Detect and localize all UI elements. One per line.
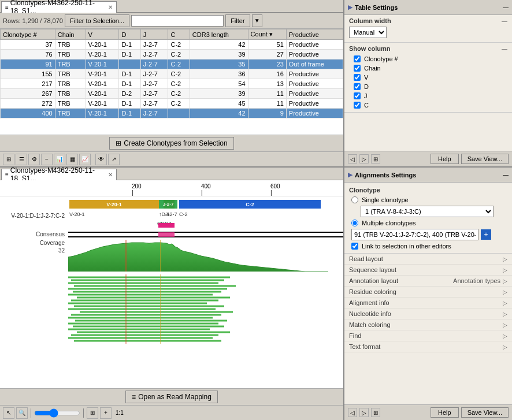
label-j: J-2-7 bbox=[165, 211, 177, 217]
align-setting-row[interactable]: Match coloring▷ bbox=[344, 319, 512, 330]
icon-bar[interactable]: ▦ bbox=[66, 154, 78, 165]
table-row[interactable]: 76TRBV-20-1D-1J-2-7C-23927Productive bbox=[1, 50, 343, 60]
single-radio[interactable] bbox=[351, 196, 358, 203]
icon-eye[interactable]: 👁 bbox=[95, 154, 107, 165]
link-row: Link to selection in other editors bbox=[344, 241, 512, 251]
footer-icon1[interactable]: ◁ bbox=[348, 154, 357, 163]
multiple-radio[interactable] bbox=[351, 220, 358, 226]
align-setting-row[interactable]: Find▷ bbox=[344, 330, 512, 341]
table-body: 37TRBV-20-1D-1J-2-7C-24251Productive76TR… bbox=[1, 40, 343, 118]
col-count[interactable]: Count ▾ bbox=[248, 29, 286, 40]
column-width-select[interactable]: Manual Auto Fixed bbox=[349, 27, 387, 38]
link-checkbox[interactable] bbox=[351, 243, 358, 250]
mapping-label: Open as Read Mapping bbox=[138, 393, 212, 401]
col-d[interactable]: D bbox=[119, 29, 140, 40]
icon-chart[interactable]: 📊 bbox=[54, 154, 65, 165]
c-gene-bar: C-2 bbox=[179, 200, 321, 209]
filter-dropdown-btn[interactable]: ▼ bbox=[252, 14, 262, 27]
filter-input[interactable] bbox=[131, 15, 224, 27]
column-checkbox[interactable] bbox=[354, 55, 361, 62]
single-clonotype-select[interactable]: 1 (TRA V-8-4:J-3:C) bbox=[361, 206, 494, 217]
column-width-header: Column width — bbox=[349, 17, 507, 24]
table-row[interactable]: 272TRBV-20-1D-1J-2-7C-24511Productive bbox=[1, 99, 343, 109]
align-footer-icon2[interactable]: ▷ bbox=[359, 408, 369, 417]
align-setting-label: Sequence layout bbox=[349, 266, 503, 273]
align-setting-row[interactable]: Annotation layoutAnnotation types▷ bbox=[344, 276, 512, 287]
table-cell: 42 bbox=[190, 40, 248, 50]
filter-to-selection-btn[interactable]: Filter to Selection... bbox=[65, 14, 129, 27]
align-setting-expand-icon: ▷ bbox=[503, 311, 507, 317]
clonotypes-tab[interactable]: ≡ Clonotypes-M4362-250-11-18_S1... ✕ bbox=[1, 1, 117, 13]
single-value-row: 1 (TRA V-8-4:J-3:C) bbox=[344, 205, 512, 218]
table-row[interactable]: 91TRBV-20-1J-2-7C-23523Out of frame bbox=[1, 60, 343, 69]
multiple-clonotype-input[interactable] bbox=[351, 229, 478, 240]
align-setting-row[interactable]: Alignment info▷ bbox=[344, 298, 512, 309]
table-row[interactable]: 155TRBV-20-1D-1J-2-7C-23616Productive bbox=[1, 69, 343, 79]
icon-list[interactable]: ☰ bbox=[16, 154, 27, 165]
column-checkbox[interactable] bbox=[354, 83, 361, 90]
col-cdr3[interactable]: CDR3 length bbox=[190, 29, 248, 40]
alignment-panel: ≡ Clonotypes-M4362-250-11-18_S1... ✕ 200… bbox=[0, 168, 344, 420]
column-width-minimize[interactable]: — bbox=[502, 18, 507, 24]
show-column-minimize[interactable]: — bbox=[502, 46, 507, 52]
col-chain[interactable]: Chain bbox=[55, 29, 86, 40]
align-setting-row[interactable]: Sequence layout▷ bbox=[344, 265, 512, 276]
align-footer-icon1[interactable]: ◁ bbox=[348, 408, 357, 417]
align-setting-row[interactable]: Read layout▷ bbox=[344, 254, 512, 265]
align-setting-row[interactable]: Text format▷ bbox=[344, 341, 512, 352]
ruler-line-600: | bbox=[270, 189, 272, 196]
table-row[interactable]: 37TRBV-20-1D-1J-2-7C-24251Productive bbox=[1, 40, 343, 50]
icon-filter2[interactable]: ⚙ bbox=[28, 154, 40, 165]
table-cell: C-2 bbox=[168, 69, 190, 79]
icon-fit[interactable]: ⊞ bbox=[87, 407, 98, 419]
icon-minus[interactable]: − bbox=[41, 154, 53, 165]
open-mapping-btn[interactable]: ≡ Open as Read Mapping bbox=[125, 391, 218, 403]
alignments-settings-collapse[interactable]: — bbox=[503, 172, 509, 178]
table-cell: 267 bbox=[1, 89, 55, 99]
create-clonotypes-btn[interactable]: ⊞ Create Clonotypes from Selection bbox=[109, 137, 233, 150]
add-clonotype-btn[interactable]: + bbox=[481, 229, 491, 240]
table-cell: 217 bbox=[1, 79, 55, 89]
icon-export[interactable]: ↗ bbox=[108, 154, 120, 165]
column-checkbox[interactable] bbox=[354, 102, 361, 109]
table-cell: 39 bbox=[190, 89, 248, 99]
col-clonotype[interactable]: Clonotype # bbox=[1, 29, 55, 40]
align-tab-close[interactable]: ✕ bbox=[108, 172, 113, 178]
zoom-slider[interactable] bbox=[34, 408, 80, 418]
align-help-btn[interactable]: Help bbox=[431, 407, 459, 418]
icon-grid[interactable]: ⊞ bbox=[3, 154, 14, 165]
icon-zoom[interactable]: 🔍 bbox=[16, 407, 28, 419]
column-checkbox[interactable] bbox=[354, 92, 361, 99]
alignments-settings-title: Alignments Settings bbox=[355, 172, 503, 179]
column-checkbox[interactable] bbox=[354, 74, 361, 81]
align-setting-label: Match coloring bbox=[349, 321, 503, 328]
alignment-tab[interactable]: ≡ Clonotypes-M4362-250-11-18_S1... ✕ bbox=[1, 169, 117, 180]
table-save-view-btn[interactable]: Save View... bbox=[461, 154, 509, 164]
filter-btn[interactable]: Filter bbox=[225, 14, 250, 27]
table-row[interactable]: 267TRBV-20-1D-2J-2-7C-23911Productive bbox=[1, 89, 343, 99]
table-bottom-bar: ⊞ Create Clonotypes from Selection bbox=[0, 135, 343, 151]
table-settings-collapse[interactable]: — bbox=[503, 4, 509, 10]
table-row[interactable]: 400TRBV-20-1D-1J-2-7429Productive bbox=[1, 109, 343, 118]
col-productive[interactable]: Productive bbox=[286, 29, 343, 40]
align-setting-row[interactable]: Residue coloring▷ bbox=[344, 287, 512, 298]
icon-plus[interactable]: + bbox=[100, 407, 112, 419]
table-settings-header: ▶ Table Settings — bbox=[344, 0, 512, 15]
table-help-btn[interactable]: Help bbox=[431, 154, 459, 164]
icon-cursor[interactable]: ↖ bbox=[3, 407, 14, 419]
column-checkbox[interactable] bbox=[354, 65, 361, 72]
multiple-label: Multiple clonotypes bbox=[362, 220, 416, 226]
clonotypes-table-panel: ≡ Clonotypes-M4362-250-11-18_S1... ✕ Row… bbox=[0, 0, 344, 166]
align-setting-row[interactable]: Nucleotide info▷ bbox=[344, 309, 512, 319]
tab-close-btn[interactable]: ✕ bbox=[108, 4, 113, 10]
align-footer-icon3[interactable]: ⊞ bbox=[371, 408, 380, 417]
col-j[interactable]: J bbox=[140, 29, 168, 40]
icon-graph[interactable]: 📈 bbox=[79, 154, 91, 165]
table-row[interactable]: 217TRBV-20-1D-1J-2-7C-25413Productive bbox=[1, 79, 343, 89]
align-save-view-btn[interactable]: Save View... bbox=[461, 407, 509, 418]
footer-icon2[interactable]: ▷ bbox=[359, 154, 369, 163]
cdr3-bar bbox=[158, 223, 175, 228]
footer-icon3[interactable]: ⊞ bbox=[371, 154, 380, 163]
col-c[interactable]: C bbox=[168, 29, 190, 40]
col-v[interactable]: V bbox=[86, 29, 119, 40]
